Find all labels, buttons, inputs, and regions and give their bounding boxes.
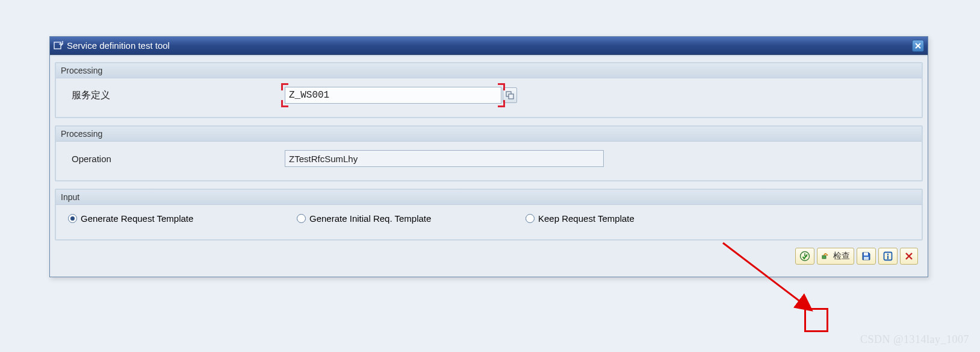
svg-rect-10 xyxy=(887,256,889,259)
window-close-button[interactable] xyxy=(912,40,924,52)
value-help-icon xyxy=(506,91,514,99)
save-icon xyxy=(861,251,872,262)
window-icon xyxy=(54,41,63,51)
svg-rect-6 xyxy=(864,253,868,256)
radio-icon xyxy=(297,214,306,223)
svg-rect-7 xyxy=(864,257,869,260)
svg-point-5 xyxy=(826,254,828,256)
radio-label: Generate Initial Req. Template xyxy=(309,213,431,224)
svg-rect-4 xyxy=(822,256,826,259)
client-area: Processing 服务定义 xyxy=(50,55,928,277)
radio-label: Generate Request Template xyxy=(81,213,193,224)
radio-generate-initial-req-template[interactable]: Generate Initial Req. Template xyxy=(297,213,526,224)
radio-keep-request-template[interactable]: Keep Request Template xyxy=(526,213,754,224)
check-icon xyxy=(821,251,831,261)
operation-input[interactable] xyxy=(285,150,604,167)
check-button-label: 检查 xyxy=(833,251,850,262)
svg-rect-2 xyxy=(509,94,513,99)
radio-icon xyxy=(68,214,77,223)
dialog-window: Service definition test tool Processing … xyxy=(49,36,928,277)
group-input: Input Generate Request Template Generate… xyxy=(55,189,923,240)
execute-icon xyxy=(799,251,810,262)
annotation-highlight-box xyxy=(804,308,828,332)
info-button[interactable] xyxy=(878,248,898,265)
group-header: Input xyxy=(56,190,922,205)
value-help-button[interactable] xyxy=(503,87,517,103)
label-operation: Operation xyxy=(68,154,285,164)
radio-generate-request-template[interactable]: Generate Request Template xyxy=(68,213,297,224)
save-button[interactable] xyxy=(857,248,876,265)
svg-rect-0 xyxy=(54,42,61,49)
check-button[interactable]: 检查 xyxy=(817,248,854,265)
radio-label: Keep Request Template xyxy=(538,213,634,224)
cancel-button[interactable] xyxy=(900,248,918,265)
info-icon xyxy=(882,251,893,262)
close-icon xyxy=(914,42,922,49)
group-header: Processing xyxy=(56,127,922,142)
footer-toolbar: 检查 xyxy=(55,244,923,269)
titlebar: Service definition test tool xyxy=(50,37,928,55)
group-header: Processing xyxy=(56,63,922,78)
watermark-text: CSDN @1314lay_1007 xyxy=(860,333,969,346)
service-definition-input[interactable] xyxy=(285,87,501,104)
execute-button[interactable] xyxy=(795,248,814,265)
group-processing-2: Processing Operation xyxy=(55,125,923,181)
label-service-definition: 服务定义 xyxy=(68,89,285,102)
group-processing-1: Processing 服务定义 xyxy=(55,62,923,118)
svg-point-9 xyxy=(887,254,889,256)
cancel-icon xyxy=(904,251,914,261)
window-title: Service definition test tool xyxy=(67,40,170,51)
radio-icon xyxy=(526,214,535,223)
